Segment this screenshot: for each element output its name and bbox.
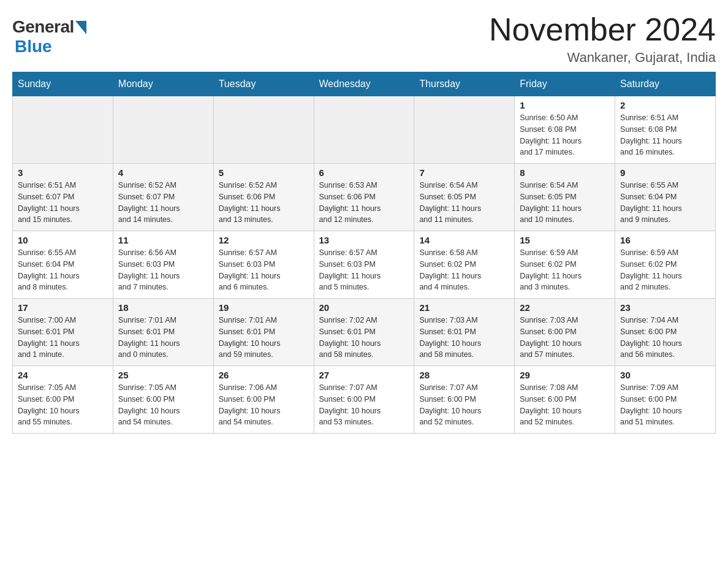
day-number: 28 (419, 370, 509, 380)
day-info: Sunrise: 6:53 AMSunset: 6:06 PMDaylight:… (319, 180, 409, 226)
day-info: Sunrise: 6:51 AMSunset: 6:08 PMDaylight:… (620, 112, 710, 158)
day-number: 15 (520, 235, 610, 245)
title-section: November 2024 Wankaner, Gujarat, India (489, 12, 716, 66)
day-number: 26 (219, 370, 309, 380)
day-info: Sunrise: 6:59 AMSunset: 6:02 PMDaylight:… (520, 247, 610, 293)
day-number: 8 (520, 167, 610, 178)
day-info: Sunrise: 6:59 AMSunset: 6:02 PMDaylight:… (620, 247, 710, 293)
calendar-cell: 21Sunrise: 7:03 AMSunset: 6:01 PMDayligh… (414, 299, 515, 366)
day-info: Sunrise: 6:52 AMSunset: 6:06 PMDaylight:… (219, 180, 309, 226)
day-number: 9 (620, 167, 710, 178)
day-number: 30 (620, 370, 710, 380)
calendar-cell: 7Sunrise: 6:54 AMSunset: 6:05 PMDaylight… (414, 164, 515, 231)
calendar-cell: 26Sunrise: 7:06 AMSunset: 6:00 PMDayligh… (213, 366, 314, 434)
calendar-header-thursday: Thursday (414, 72, 515, 96)
calendar-cell (113, 96, 213, 164)
day-info: Sunrise: 7:00 AMSunset: 6:01 PMDaylight:… (18, 315, 108, 361)
calendar-cell (414, 96, 515, 164)
day-number: 20 (319, 302, 409, 313)
day-number: 17 (18, 302, 108, 313)
calendar-cell: 11Sunrise: 6:56 AMSunset: 6:03 PMDayligh… (113, 231, 213, 299)
logo-arrow-icon (75, 21, 86, 34)
calendar-header-saturday: Saturday (615, 72, 716, 96)
calendar-header-wednesday: Wednesday (314, 72, 414, 96)
calendar-cell: 20Sunrise: 7:02 AMSunset: 6:01 PMDayligh… (314, 299, 414, 366)
calendar-week-row: 3Sunrise: 6:51 AMSunset: 6:07 PMDaylight… (13, 164, 716, 231)
calendar-week-row: 10Sunrise: 6:55 AMSunset: 6:04 PMDayligh… (13, 231, 716, 299)
day-info: Sunrise: 7:04 AMSunset: 6:00 PMDaylight:… (620, 315, 710, 361)
calendar-table: SundayMondayTuesdayWednesdayThursdayFrid… (12, 72, 716, 434)
day-info: Sunrise: 7:05 AMSunset: 6:00 PMDaylight:… (118, 382, 208, 428)
calendar-cell: 6Sunrise: 6:53 AMSunset: 6:06 PMDaylight… (314, 164, 414, 231)
calendar-header-friday: Friday (515, 72, 615, 96)
calendar-header-tuesday: Tuesday (213, 72, 314, 96)
calendar-cell: 9Sunrise: 6:55 AMSunset: 6:04 PMDaylight… (615, 164, 716, 231)
day-number: 4 (118, 167, 208, 178)
location-title: Wankaner, Gujarat, India (489, 50, 716, 66)
calendar-cell: 1Sunrise: 6:50 AMSunset: 6:08 PMDaylight… (515, 96, 615, 164)
calendar-header-monday: Monday (113, 72, 213, 96)
calendar-cell: 3Sunrise: 6:51 AMSunset: 6:07 PMDaylight… (13, 164, 113, 231)
day-info: Sunrise: 6:57 AMSunset: 6:03 PMDaylight:… (219, 247, 309, 293)
day-info: Sunrise: 7:06 AMSunset: 6:00 PMDaylight:… (219, 382, 309, 428)
day-info: Sunrise: 7:01 AMSunset: 6:01 PMDaylight:… (219, 315, 309, 361)
calendar-week-row: 24Sunrise: 7:05 AMSunset: 6:00 PMDayligh… (13, 366, 716, 434)
day-info: Sunrise: 7:05 AMSunset: 6:00 PMDaylight:… (18, 382, 108, 428)
day-number: 19 (219, 302, 309, 313)
day-info: Sunrise: 6:54 AMSunset: 6:05 PMDaylight:… (419, 180, 509, 226)
day-number: 11 (118, 235, 208, 245)
day-number: 22 (520, 302, 610, 313)
day-number: 27 (319, 370, 409, 380)
day-number: 29 (520, 370, 610, 380)
calendar-cell: 17Sunrise: 7:00 AMSunset: 6:01 PMDayligh… (13, 299, 113, 366)
calendar-cell: 16Sunrise: 6:59 AMSunset: 6:02 PMDayligh… (615, 231, 716, 299)
day-number: 23 (620, 302, 710, 313)
calendar-week-row: 1Sunrise: 6:50 AMSunset: 6:08 PMDaylight… (13, 96, 716, 164)
calendar-cell: 15Sunrise: 6:59 AMSunset: 6:02 PMDayligh… (515, 231, 615, 299)
calendar-cell: 5Sunrise: 6:52 AMSunset: 6:06 PMDaylight… (213, 164, 314, 231)
page-header: General Blue November 2024 Wankaner, Guj… (12, 12, 716, 66)
calendar-cell (13, 96, 113, 164)
day-info: Sunrise: 6:52 AMSunset: 6:07 PMDaylight:… (118, 180, 208, 226)
day-number: 24 (18, 370, 108, 380)
calendar-cell: 30Sunrise: 7:09 AMSunset: 6:00 PMDayligh… (615, 366, 716, 434)
calendar-cell: 2Sunrise: 6:51 AMSunset: 6:08 PMDaylight… (615, 96, 716, 164)
day-number: 3 (18, 167, 108, 178)
calendar-cell: 13Sunrise: 6:57 AMSunset: 6:03 PMDayligh… (314, 231, 414, 299)
day-info: Sunrise: 7:07 AMSunset: 6:00 PMDaylight:… (419, 382, 509, 428)
calendar-header-row: SundayMondayTuesdayWednesdayThursdayFrid… (13, 72, 716, 96)
day-number: 5 (219, 167, 309, 178)
day-info: Sunrise: 6:50 AMSunset: 6:08 PMDaylight:… (520, 112, 610, 158)
calendar-week-row: 17Sunrise: 7:00 AMSunset: 6:01 PMDayligh… (13, 299, 716, 366)
day-number: 16 (620, 235, 710, 245)
day-info: Sunrise: 6:58 AMSunset: 6:02 PMDaylight:… (419, 247, 509, 293)
logo-general-text: General (12, 17, 74, 37)
calendar-cell: 25Sunrise: 7:05 AMSunset: 6:00 PMDayligh… (113, 366, 213, 434)
calendar-cell: 10Sunrise: 6:55 AMSunset: 6:04 PMDayligh… (13, 231, 113, 299)
day-number: 10 (18, 235, 108, 245)
day-info: Sunrise: 7:08 AMSunset: 6:00 PMDaylight:… (520, 382, 610, 428)
day-number: 21 (419, 302, 509, 313)
day-number: 6 (319, 167, 409, 178)
day-number: 13 (319, 235, 409, 245)
day-number: 18 (118, 302, 208, 313)
day-info: Sunrise: 7:03 AMSunset: 6:01 PMDaylight:… (419, 315, 509, 361)
day-number: 12 (219, 235, 309, 245)
day-info: Sunrise: 6:51 AMSunset: 6:07 PMDaylight:… (18, 180, 108, 226)
day-info: Sunrise: 6:55 AMSunset: 6:04 PMDaylight:… (18, 247, 108, 293)
calendar-cell: 19Sunrise: 7:01 AMSunset: 6:01 PMDayligh… (213, 299, 314, 366)
calendar-cell: 23Sunrise: 7:04 AMSunset: 6:00 PMDayligh… (615, 299, 716, 366)
calendar-cell: 22Sunrise: 7:03 AMSunset: 6:00 PMDayligh… (515, 299, 615, 366)
day-number: 7 (419, 167, 509, 178)
logo: General Blue (12, 12, 86, 56)
day-number: 2 (620, 100, 710, 110)
calendar-cell: 18Sunrise: 7:01 AMSunset: 6:01 PMDayligh… (113, 299, 213, 366)
day-info: Sunrise: 7:03 AMSunset: 6:00 PMDaylight:… (520, 315, 610, 361)
calendar-cell: 28Sunrise: 7:07 AMSunset: 6:00 PMDayligh… (414, 366, 515, 434)
calendar-header-sunday: Sunday (13, 72, 113, 96)
day-info: Sunrise: 7:01 AMSunset: 6:01 PMDaylight:… (118, 315, 208, 361)
day-info: Sunrise: 7:09 AMSunset: 6:00 PMDaylight:… (620, 382, 710, 428)
calendar-cell: 14Sunrise: 6:58 AMSunset: 6:02 PMDayligh… (414, 231, 515, 299)
calendar-cell (314, 96, 414, 164)
day-number: 14 (419, 235, 509, 245)
